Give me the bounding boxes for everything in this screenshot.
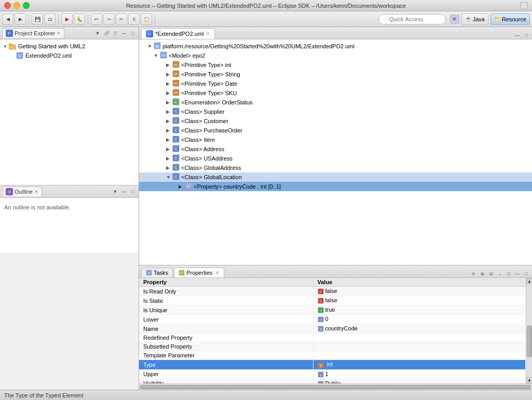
scroll-track[interactable] <box>526 284 532 377</box>
bottom-maximize-button[interactable]: □ <box>523 270 530 277</box>
model-tree-item-8[interactable]: ▶ C <Class> Customer <box>139 116 532 126</box>
link-editor-button[interactable]: 🔗 <box>103 30 110 37</box>
paste-button[interactable]: 📋 <box>141 14 152 25</box>
prop-value-0[interactable]: Ffalse <box>313 287 525 296</box>
toggle-3[interactable]: ▶ <box>166 72 172 77</box>
maximize-button[interactable] <box>23 2 30 9</box>
nav-forward-button[interactable]: ▶ <box>15 14 26 25</box>
model-tree-editor[interactable]: ▼ ▣ platform:/resource/Getting%20Started… <box>139 39 532 265</box>
hscroll-thumb[interactable] <box>140 385 531 389</box>
model-tree-item-12[interactable]: ▶ C <Class> USAddress <box>139 154 532 163</box>
bottom-minimize-button[interactable]: — <box>514 270 521 277</box>
quick-access-input[interactable] <box>378 14 446 24</box>
copy-button[interactable]: ⎘ <box>128 14 140 25</box>
model-tree-item-10[interactable]: ▶ C <Class> Item <box>139 135 532 144</box>
minimize-button[interactable] <box>13 2 20 9</box>
model-tree-item-9[interactable]: ▶ C <Class> PurchaseOrder <box>139 126 532 135</box>
toggle-8[interactable]: ▶ <box>166 118 172 124</box>
model-tree-item-15[interactable]: ▶ P <Property> countryCode : int [0..1] <box>139 182 532 191</box>
prop-value-4[interactable]: ScountryCode <box>313 324 525 334</box>
outline-tab[interactable]: O Outline ✕ <box>2 186 42 196</box>
outline-menu-button[interactable]: ▼ <box>112 188 119 195</box>
model-tree-item-4[interactable]: ▶ PT <Primitive Type> Date <box>139 79 532 88</box>
model-tree-item-1[interactable]: ▼ M <Model> epo2 <box>139 51 532 60</box>
model-tree-item-0[interactable]: ▼ ▣ platform:/resource/Getting%20Started… <box>139 42 532 51</box>
perspective-open-button[interactable]: ⊞ <box>450 15 459 24</box>
nav-back-button[interactable]: ◀ <box>2 14 13 25</box>
toggle-7[interactable]: ▶ <box>166 109 172 114</box>
run-button[interactable]: ▶ <box>61 14 73 25</box>
collapse-all-button[interactable]: ▼ <box>94 30 101 37</box>
bottom-sync-button[interactable]: ⟳ <box>470 270 477 277</box>
editor-tab-extendedpo2[interactable]: U *ExtendedPO2.uml ✕ <box>141 28 215 39</box>
tree-item-extendedpo2[interactable]: U ExtendedPO2.uml <box>0 51 139 60</box>
model-tree-item-6[interactable]: ▶ E <Enumeration> OrderStatus <box>139 98 532 107</box>
model-tree-item-2[interactable]: ▶ PT <Primitive Type> int <box>139 60 532 70</box>
properties-tab[interactable]: P Properties ✕ <box>174 268 224 277</box>
toggle-9[interactable]: ▶ <box>166 128 172 133</box>
prop-value-3[interactable]: 10 <box>313 315 525 324</box>
bottom-btn3[interactable]: ⊟ <box>487 270 495 277</box>
prop-value-1[interactable]: Ffalse <box>313 296 525 305</box>
prop-value-2[interactable]: Ttrue <box>313 305 525 315</box>
bottom-btn4[interactable]: ↓ <box>496 270 503 277</box>
project-explorer-tab[interactable]: P Project Explorer ✕ <box>2 28 64 38</box>
window-resize-icon[interactable] <box>521 2 528 9</box>
toggle-2[interactable]: ▶ <box>166 62 172 68</box>
resource-perspective-button[interactable]: 📁 Resource <box>490 14 530 25</box>
window-controls[interactable] <box>4 2 30 9</box>
properties-close[interactable]: ✕ <box>215 270 220 275</box>
outline-maximize-button[interactable]: □ <box>129 188 137 195</box>
prop-value-6[interactable] <box>313 342 525 351</box>
model-tree-item-11[interactable]: ▶ C <Class> Address <box>139 144 532 154</box>
toggle-getting-started[interactable]: ▼ <box>2 43 8 49</box>
toggle-6[interactable]: ▶ <box>166 100 172 105</box>
maximize-view-button[interactable]: □ <box>129 30 137 37</box>
debug-button[interactable]: 🐛 <box>74 14 85 25</box>
scroll-up-button[interactable]: ▲ <box>526 278 532 284</box>
tree-item-getting-started[interactable]: ▼ Getting Started with UML2 <box>0 42 139 51</box>
toggle-15[interactable]: ▶ <box>179 184 185 189</box>
bottom-btn2[interactable]: ⊞ <box>479 270 486 277</box>
scroll-thumb[interactable] <box>527 326 532 357</box>
tasks-tab[interactable]: T Tasks <box>141 268 173 277</box>
model-tree-item-14[interactable]: ▼ C <Class> GlobalLocation <box>139 172 532 182</box>
properties-scrollbar[interactable]: ▲ ▼ <box>526 278 532 383</box>
editor-maximize-button[interactable]: □ <box>523 32 530 39</box>
prop-value-10[interactable]: SPublic <box>313 379 525 383</box>
prop-value-7[interactable] <box>313 351 525 360</box>
editor-tab-close[interactable]: ✕ <box>206 31 210 36</box>
toggle-12[interactable]: ▶ <box>166 156 172 161</box>
close-button[interactable] <box>4 2 11 9</box>
redo-button[interactable]: ↪ <box>103 14 115 25</box>
scroll-down-button[interactable]: ▼ <box>526 377 532 383</box>
minimize-view-button[interactable]: — <box>120 30 128 37</box>
bottom-menu-button[interactable]: ▽ <box>505 270 512 277</box>
prop-value-9[interactable]: 11 <box>313 369 525 379</box>
toggle-1[interactable]: ▼ <box>154 53 160 58</box>
model-tree-item-3[interactable]: ▶ PT <Primitive Type> String <box>139 70 532 79</box>
toggle-11[interactable]: ▶ <box>166 146 172 152</box>
editor-minimize-button[interactable]: — <box>514 32 521 39</box>
toggle-14[interactable]: ▼ <box>166 175 172 180</box>
view-menu-button[interactable]: ▽ <box>112 30 119 37</box>
model-tree-item-7[interactable]: ▶ C <Class> Supplier <box>139 107 532 116</box>
horizontal-scrollbar[interactable] <box>139 383 532 390</box>
model-tree-item-13[interactable]: ▶ C <Class> GlobalAddress <box>139 163 532 172</box>
undo-button[interactable]: ↩ <box>91 14 102 25</box>
toggle-0[interactable]: ▼ <box>147 44 154 49</box>
save-all-button[interactable]: 🗂 <box>44 14 56 25</box>
toggle-4[interactable]: ▶ <box>166 81 172 86</box>
cut-button[interactable]: ✂ <box>116 14 127 25</box>
java-perspective-button[interactable]: ☕ Java <box>461 14 488 25</box>
prop-value-5[interactable] <box>313 334 525 342</box>
save-button[interactable]: 💾 <box>32 14 43 25</box>
outline-minimize-button[interactable]: — <box>120 188 128 195</box>
toggle-13[interactable]: ▶ <box>166 165 172 170</box>
model-tree-item-5[interactable]: ▶ PT <Primitive Type> SKU <box>139 88 532 98</box>
project-explorer-tree[interactable]: ▼ Getting Started with UML2 U <box>0 39 139 185</box>
prop-value-8[interactable]: T int <box>313 360 525 369</box>
toggle-5[interactable]: ▶ <box>166 90 172 96</box>
properties-scroll-area[interactable]: Property Value Is Read OnlyFfalseIs Stat… <box>139 278 526 383</box>
toggle-10[interactable]: ▶ <box>166 137 172 142</box>
